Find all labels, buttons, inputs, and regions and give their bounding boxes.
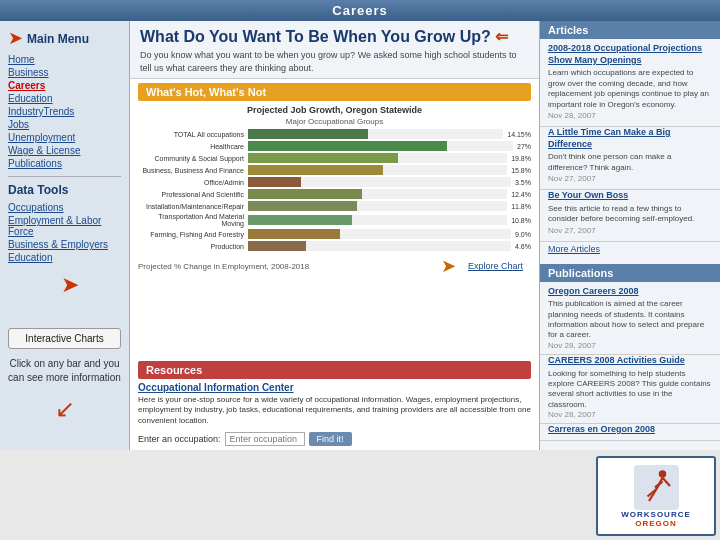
articles-label: Articles	[548, 24, 588, 36]
bar-value: 12.4%	[511, 191, 531, 198]
bar-fill	[248, 189, 362, 199]
bar-fill	[248, 177, 301, 187]
bar-value: 9.0%	[515, 231, 531, 238]
whats-hot-label: What's Hot, What's Not	[146, 86, 266, 98]
table-row[interactable]: Transportation And Material Moving 10.8%	[138, 213, 531, 227]
pub-date-1: Nov 28, 2007	[548, 410, 712, 419]
sidebar-item-publications[interactable]: Publications	[8, 157, 121, 170]
article-text-0: Learn which occupations are expected to …	[548, 68, 712, 110]
pub-title-0[interactable]: Oregon Careers 2008	[548, 286, 712, 298]
bar-container	[248, 141, 513, 151]
table-row[interactable]: Healthcare 27%	[138, 141, 531, 151]
sidebar: ➤ Main Menu Home Business Careers Educat…	[0, 21, 130, 450]
table-row[interactable]: Installation/Maintenance/Repair 11.8%	[138, 201, 531, 211]
sidebar-item-home[interactable]: Home	[8, 53, 121, 66]
bar-label: Healthcare	[138, 143, 248, 150]
top-bar-title: Careers	[332, 3, 387, 18]
pub-title-1[interactable]: CAREERS 2008 Activities Guide	[548, 355, 712, 367]
article-title-0[interactable]: 2008-2018 Occupational Projections Show …	[548, 43, 712, 66]
sidebar-item-occupations[interactable]: Occupations	[8, 201, 121, 214]
bar-label: Business, Business And Finance	[138, 167, 248, 174]
bar-value: 15.8%	[511, 167, 531, 174]
sidebar-item-careers[interactable]: Careers	[8, 79, 121, 92]
sidebar-item-education-dt[interactable]: Education	[8, 251, 121, 264]
explore-arrow-icon: ➤	[441, 255, 456, 277]
bar-label: Office/Admin	[138, 179, 248, 186]
bar-label: Farming, Fishing And Forestry	[138, 231, 248, 238]
bar-container	[248, 129, 503, 139]
article-title-2[interactable]: Be Your Own Boss	[548, 190, 712, 202]
bottom-area: WORKSOURCE OREGON	[0, 450, 720, 540]
bar-chart: TOTAL All occupations 14.15% Healthcare …	[138, 129, 531, 251]
menu-arrow-icon: ➤	[8, 27, 23, 49]
bar-fill	[248, 241, 306, 251]
bar-fill	[248, 201, 357, 211]
publications-label: Publications	[548, 267, 613, 279]
article-date-0: Nov 28, 2007	[548, 111, 712, 120]
oic-input[interactable]	[225, 432, 305, 446]
sidebar-item-employment[interactable]: Employment & Labor Force	[8, 214, 121, 238]
main-menu-title: Main Menu	[27, 32, 89, 46]
find-label: Enter an occupation:	[138, 434, 221, 444]
article-date-1: Nov 27, 2007	[548, 174, 712, 183]
sidebar-item-education[interactable]: Education	[8, 92, 121, 105]
table-row[interactable]: Professional And Scientific 12.4%	[138, 189, 531, 199]
resources-label: Resources	[146, 364, 202, 376]
table-row[interactable]: Community & Social Support 19.8%	[138, 153, 531, 163]
sidebar-item-wagelicense[interactable]: Wage & License	[8, 144, 121, 157]
bar-value: 11.8%	[511, 203, 531, 210]
table-row[interactable]: Production 4.6%	[138, 241, 531, 251]
bar-value: 27%	[517, 143, 531, 150]
sidebar-item-business[interactable]: Business	[8, 66, 121, 79]
table-row[interactable]: Office/Admin 3.5%	[138, 177, 531, 187]
whats-hot-bar: What's Hot, What's Not	[138, 83, 531, 101]
publications-section-bar: Publications	[540, 264, 720, 282]
resources-bar: Resources	[138, 361, 531, 379]
worksource-text: WORKSOURCE	[621, 510, 691, 519]
bar-container	[248, 189, 507, 199]
pub-text-0: This publication is aimed at the career …	[548, 299, 712, 341]
bar-label: Installation/Maintenance/Repair	[138, 203, 248, 210]
article-title-1[interactable]: A Little Time Can Make a Big Difference	[548, 127, 712, 150]
bar-fill	[248, 141, 447, 151]
bar-container	[248, 215, 507, 225]
table-row[interactable]: TOTAL All occupations 14.15%	[138, 129, 531, 139]
table-row[interactable]: Business, Business And Finance 15.8%	[138, 165, 531, 175]
center-header: What Do You Want To Be When You Grow Up?…	[130, 21, 539, 79]
bar-label: Production	[138, 243, 248, 250]
center-title-text: What Do You Want To Be When You Grow Up?	[140, 28, 491, 45]
find-button[interactable]: Find it!	[309, 432, 352, 446]
sidebar-item-jobs[interactable]: Jobs	[8, 118, 121, 131]
down-arrow-icon: ↙	[8, 395, 121, 423]
chart-axis-label: Projected % Change in Employment, 2008-2…	[138, 262, 309, 271]
explore-chart-link[interactable]: Explore Chart	[460, 259, 531, 273]
bar-value: 10.8%	[511, 217, 531, 224]
pub-title-2[interactable]: Carreras en Oregon 2008	[548, 424, 712, 436]
more-articles-link[interactable]: More Articles	[540, 242, 720, 258]
pub-item-2: Carreras en Oregon 2008	[540, 424, 720, 441]
oic-title[interactable]: Occupational Information Center	[130, 382, 539, 393]
article-date-2: Nov 27, 2007	[548, 226, 712, 235]
pub-item-0: Oregon Careers 2008 This publication is …	[540, 286, 720, 355]
table-row[interactable]: Farming, Fishing And Forestry 9.0%	[138, 229, 531, 239]
bar-label: TOTAL All occupations	[138, 131, 248, 138]
article-text-2: See this article to read a few things to…	[548, 204, 712, 225]
sidebar-item-unemployment[interactable]: Unemployment	[8, 131, 121, 144]
chart-subtitle: Major Occupational Groups	[138, 117, 531, 126]
oic-text: Here is your one-stop source for a wide …	[130, 393, 539, 428]
bar-label: Professional And Scientific	[138, 191, 248, 198]
data-tools-title: Data Tools	[8, 183, 121, 197]
click-instruction-text: Click on any bar and you can see more in…	[8, 358, 121, 383]
center-title: What Do You Want To Be When You Grow Up?…	[140, 27, 529, 46]
bar-fill	[248, 129, 368, 139]
oregon-text: OREGON	[635, 519, 677, 528]
center-subtitle: Do you know what you want to be when you…	[140, 49, 529, 74]
bar-fill	[248, 153, 398, 163]
sidebar-item-industrytrends[interactable]: IndustryTrends	[8, 105, 121, 118]
sidebar-item-businessemployers[interactable]: Business & Employers	[8, 238, 121, 251]
bar-container	[248, 201, 507, 211]
click-instruction: Click on any bar and you can see more in…	[8, 357, 121, 385]
bar-label: Transportation And Material Moving	[138, 213, 248, 227]
bar-container	[248, 165, 507, 175]
pub-item-1: CAREERS 2008 Activities Guide Looking fo…	[540, 355, 720, 424]
